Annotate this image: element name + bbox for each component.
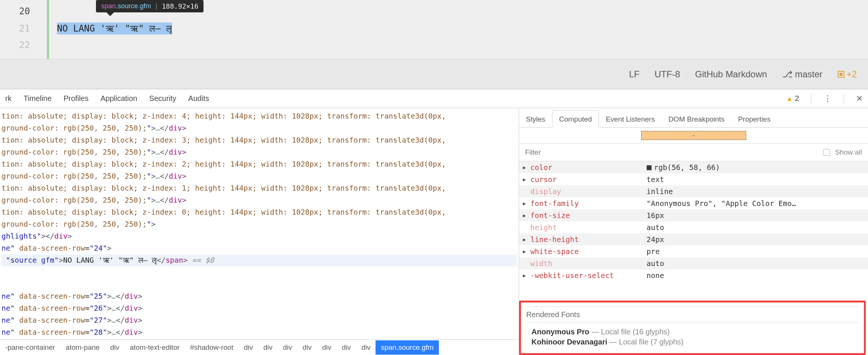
property-name: color [530,163,647,172]
property-name: height [530,223,647,232]
computed-property[interactable]: ▶font-size16px [519,209,868,221]
computed-property[interactable]: ▶-webkit-user-selectnone [519,269,868,281]
breadcrumb-item[interactable]: span.source.gfm [376,340,438,355]
property-value: "Anonymous Pro", "Apple Color Emo… [647,199,796,208]
tooltip-class: .source.gfm [116,2,151,10]
computed-property[interactable]: ▶white-spacepre [519,245,868,257]
breadcrumb-item[interactable]: #shadow-root [185,343,238,352]
dom-tree[interactable]: tion: absolute; display: block; z-index:… [0,108,519,339]
expand-icon[interactable]: ▶ [523,248,530,254]
box-model[interactable]: - [519,128,868,143]
devtools-tab[interactable]: Profiles [64,94,89,103]
property-value: pre [647,247,660,256]
devtools-body: tion: absolute; display: block; z-index:… [0,108,868,355]
status-changes[interactable]: +2 [838,69,857,80]
property-value: rgb(56, 58, 66) [647,163,720,172]
status-encoding[interactable]: UTF-8 [655,69,680,80]
status-branch[interactable]: ⎇ master [782,69,823,80]
warning-icon: ▲ [786,95,793,102]
rendered-font-row: Kohinoor Devanagari — Local file (7 glyp… [526,337,859,347]
kebab-menu-icon[interactable]: ⋮ [823,94,832,104]
property-name: white-space [530,247,647,256]
property-value: auto [647,223,664,232]
editor-line-22[interactable]: 22 [0,38,868,53]
tooltip-tag: span [101,2,116,10]
devtools-tab[interactable]: rk [5,94,12,103]
devtools-tab[interactable]: Audits [188,94,209,103]
tooltip-dimensions: 188.92×16 [162,2,199,10]
styles-tabs: Styles Computed Event Listeners DOM Brea… [519,108,868,128]
property-value: inline [647,187,673,196]
tooltip-sep: | [156,2,157,10]
tooltip-arrow-icon [106,12,114,16]
box-model-content: - [641,131,746,140]
tab-event-listeners[interactable]: Event Listeners [599,111,661,127]
property-name: -webkit-user-select [530,271,647,280]
filter-input[interactable] [525,148,818,156]
computed-property[interactable]: ▶colorrgb(56, 58, 66) [519,161,868,173]
breadcrumb-item[interactable]: atom-text-editor [124,343,185,352]
breadcrumb-item[interactable]: div [105,343,124,352]
devtools-toolbar: rk Timeline Profiles Application Securit… [0,89,868,108]
property-name: font-size [530,211,647,220]
expand-icon[interactable]: ▶ [523,164,530,170]
property-value: none [647,271,664,280]
filter-row: Show all [519,143,868,161]
tab-properties[interactable]: Properties [731,111,777,127]
tab-dom-breakpoints[interactable]: DOM Breakpoints [661,111,731,127]
property-value: 24px [647,235,664,244]
toolbar-separator [811,94,811,104]
devtools-tab[interactable]: Security [149,94,176,103]
rendered-fonts-title: Rendered Fonts [526,306,859,322]
color-swatch-icon [647,165,652,170]
breadcrumb-item[interactable]: div [278,343,297,352]
line-number: 21 [0,23,41,34]
breadcrumb-item[interactable]: atom-pane [60,343,105,352]
editor-selected-text[interactable]: NO LANG 'ऋ' "ऋ" ल– लृ [57,23,172,34]
expand-icon[interactable]: ▶ [523,176,530,182]
breadcrumb-item[interactable]: div [297,343,317,352]
computed-property[interactable]: ▶heightauto [519,221,868,233]
computed-property[interactable]: ▶cursortext [519,173,868,185]
breadcrumb-item[interactable]: div [238,343,258,352]
toolbar-separator [844,94,844,104]
breadcrumb-item[interactable]: div [356,343,376,352]
breadcrumb-item[interactable]: div [337,343,356,352]
status-line-ending[interactable]: LF [629,69,640,80]
editor-line-21[interactable]: 21 NO LANG 'ऋ' "ऋ" ल– लृ [0,20,868,38]
computed-property[interactable]: ▶widthauto [519,257,868,269]
expand-icon[interactable]: ▶ [523,272,530,278]
computed-property[interactable]: ▶displayinline [519,185,868,197]
line-number: 20 [0,6,41,17]
tab-computed[interactable]: Computed [552,110,599,128]
property-value: text [647,175,664,184]
computed-property[interactable]: ▶font-family"Anonymous Pro", "Apple Colo… [519,197,868,209]
property-name: cursor [530,175,647,184]
changes-icon [838,71,844,78]
expand-icon[interactable]: ▶ [523,236,530,242]
elements-panel: tion: absolute; display: block; z-index:… [0,108,519,355]
warnings-badge[interactable]: ▲ 2 [786,94,799,103]
close-icon[interactable]: ✕ [856,94,863,104]
expand-icon[interactable]: ▶ [523,212,530,218]
rendered-font-row: Anonymous Pro — Local file (16 glyphs) [526,327,859,337]
property-name: line-height [530,235,647,244]
status-bar: LF UTF-8 GitHub Markdown ⎇ master +2 [0,59,868,89]
breadcrumb-item[interactable]: div [258,343,278,352]
line-number: 22 [0,40,41,50]
breadcrumb-item[interactable]: div [317,343,337,352]
computed-property[interactable]: ▶line-height24px [519,233,868,245]
property-name: display [530,187,647,196]
breadcrumb-item[interactable]: -pane-container [0,343,60,352]
breadcrumb-trail: -pane-containeratom-panedivatom-text-edi… [0,339,519,355]
tab-styles[interactable]: Styles [519,111,552,127]
devtools-tab[interactable]: Application [100,94,137,103]
status-grammar[interactable]: GitHub Markdown [695,69,767,80]
property-name: width [530,259,647,268]
git-branch-icon: ⎇ [782,69,793,80]
show-all-checkbox[interactable] [823,149,830,156]
styles-panel: Styles Computed Event Listeners DOM Brea… [519,108,868,355]
editor-area: 20 21 NO LANG 'ऋ' "ऋ" ल– लृ 22 span.sour… [0,0,868,59]
expand-icon[interactable]: ▶ [523,200,530,206]
devtools-tab[interactable]: Timeline [24,94,52,103]
